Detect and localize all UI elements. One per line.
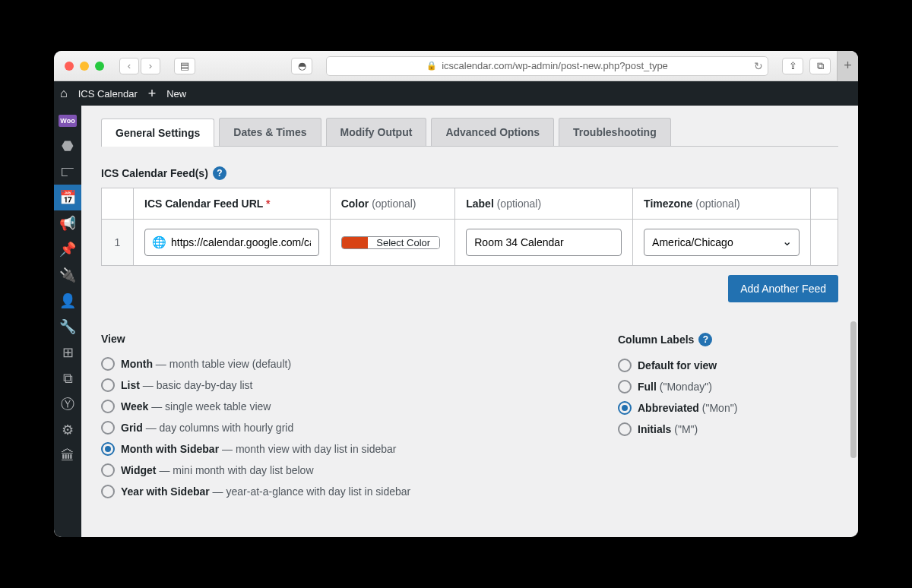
close-window-button[interactable] [65, 62, 74, 71]
tabs-button[interactable]: ⧉ [809, 58, 831, 74]
radio-icon [618, 401, 632, 415]
new-link[interactable]: New [166, 88, 186, 100]
view-option-year-with-sidebar[interactable]: Year with Sidebar — year-at-a-glance wit… [101, 485, 572, 498]
wp-admin-bar: ⌂ ICS Calendar + New [54, 81, 858, 106]
reload-icon[interactable]: ↻ [754, 60, 763, 72]
color-picker-label: Select Color [368, 237, 439, 248]
add-feed-button[interactable]: Add Another Feed [728, 275, 838, 302]
url-text: icscalendar.com/wp-admin/post-new.php?po… [442, 60, 668, 71]
privacy-button[interactable]: ◓ [291, 58, 312, 74]
site-name[interactable]: ICS Calendar [78, 88, 138, 100]
color-swatch [342, 237, 368, 248]
globe-icon: 🌐 [152, 236, 166, 249]
home-icon[interactable]: ⌂ [60, 87, 68, 100]
new-tab-button[interactable]: + [837, 51, 858, 81]
feed-url-input[interactable] [144, 229, 319, 256]
sidebar-item-yoast[interactable]: Ⓨ [54, 391, 81, 417]
help-icon[interactable]: ? [213, 166, 226, 180]
sidebar-item-box[interactable]: ⬣ [54, 133, 81, 159]
col-color: Color (optional) [330, 188, 455, 220]
sidebar-item-calendar[interactable]: 📅 [54, 185, 81, 210]
col-tz: Timezone (optional) [633, 188, 811, 220]
sidebar-item-institution[interactable]: 🏛 [54, 443, 81, 469]
titlebar: ‹ › ▤ ◓ 🔒 icscalendar.com/wp-admin/post-… [54, 51, 858, 81]
sidebar-item-tools[interactable]: 🔧 [54, 314, 81, 340]
lock-icon: 🔒 [426, 61, 437, 71]
help-icon[interactable]: ? [698, 333, 712, 346]
scrollbar[interactable] [850, 321, 857, 458]
color-picker[interactable]: Select Color [341, 236, 440, 249]
sidebar-item-pin[interactable]: 📌 [54, 236, 81, 262]
feed-label-input[interactable] [466, 229, 622, 256]
radio-icon [101, 485, 115, 498]
tab-troubleshooting[interactable]: Troubleshooting [559, 118, 671, 146]
share-button[interactable]: ⇪ [782, 58, 803, 74]
sidebar-item-stats[interactable]: ⫍ [54, 159, 81, 185]
timezone-select[interactable] [644, 229, 800, 256]
collabel-option-abbreviated[interactable]: Abbreviated ("Mon") [618, 401, 838, 415]
radio-icon [101, 463, 115, 477]
col-label: Label (optional) [455, 188, 633, 220]
view-option-widget[interactable]: Widget — mini month with day list below [101, 463, 572, 477]
zoom-window-button[interactable] [95, 62, 104, 71]
sidebar-item-grid[interactable]: ⊞ [54, 340, 81, 365]
column-labels-heading: Column Labels ? [618, 333, 838, 346]
collabel-option-initials[interactable]: Initials ("M") [618, 422, 838, 436]
col-url: ICS Calendar Feed URL * [134, 188, 331, 220]
view-option-grid[interactable]: Grid — day columns with hourly grid [101, 421, 572, 435]
radio-icon [101, 421, 115, 435]
view-option-month-with-sidebar[interactable]: Month with Sidebar — month view with day… [101, 442, 572, 456]
view-option-list[interactable]: List — basic day-by-day list [101, 378, 572, 392]
tab-advanced-options[interactable]: Advanced Options [431, 118, 554, 146]
radio-icon [101, 442, 115, 456]
settings-tabs: General Settings Dates & Times Modify Ou… [101, 118, 838, 147]
collabel-option-default-for-view[interactable]: Default for view [618, 359, 838, 372]
sidebar-item-users[interactable]: 👤 [54, 288, 81, 314]
view-option-week[interactable]: Week — single week table view [101, 400, 572, 413]
row-number: 1 [102, 220, 134, 266]
sidebar-item-plug[interactable]: 🔌 [54, 262, 81, 288]
back-button[interactable]: ‹ [119, 58, 139, 74]
sidebar-toggle-button[interactable]: ▤ [174, 58, 195, 74]
url-bar[interactable]: 🔒 icscalendar.com/wp-admin/post-new.php?… [326, 56, 768, 76]
feeds-heading: ICS Calendar Feed(s) ? [101, 166, 838, 180]
tab-general-settings[interactable]: General Settings [101, 119, 214, 147]
view-option-month[interactable]: Month — month table view (default) [101, 357, 572, 371]
radio-icon [101, 400, 115, 413]
sidebar-item-woo[interactable]: Woo [59, 115, 77, 127]
sidebar-item-settings[interactable]: ⧉ [54, 365, 81, 391]
tab-modify-output[interactable]: Modify Output [326, 118, 427, 146]
sidebar-item-cog[interactable]: ⚙ [54, 417, 81, 443]
radio-icon [101, 378, 115, 392]
forward-button[interactable]: › [141, 58, 160, 74]
browser-window: ‹ › ▤ ◓ 🔒 icscalendar.com/wp-admin/post-… [54, 51, 858, 537]
sidebar-item-campaign[interactable]: 📢 [54, 210, 81, 236]
collabel-option-full[interactable]: Full ("Monday") [618, 380, 838, 394]
radio-icon [101, 357, 115, 371]
main-content: General Settings Dates & Times Modify Ou… [81, 106, 858, 537]
radio-icon [618, 380, 632, 394]
plus-icon[interactable]: + [148, 86, 157, 102]
minimize-window-button[interactable] [80, 62, 89, 71]
tab-dates-times[interactable]: Dates & Times [219, 118, 321, 146]
wp-sidebar: Woo ⬣ ⫍ 📅 📢 📌 🔌 👤 🔧 ⊞ ⧉ Ⓨ ⚙ 🏛 [54, 106, 81, 537]
feed-row: 1 🌐 Select Color [102, 220, 838, 266]
view-heading: View [101, 333, 572, 345]
radio-icon [618, 422, 632, 436]
radio-icon [618, 359, 632, 372]
feed-table: ICS Calendar Feed URL * Color (optional)… [101, 188, 838, 266]
